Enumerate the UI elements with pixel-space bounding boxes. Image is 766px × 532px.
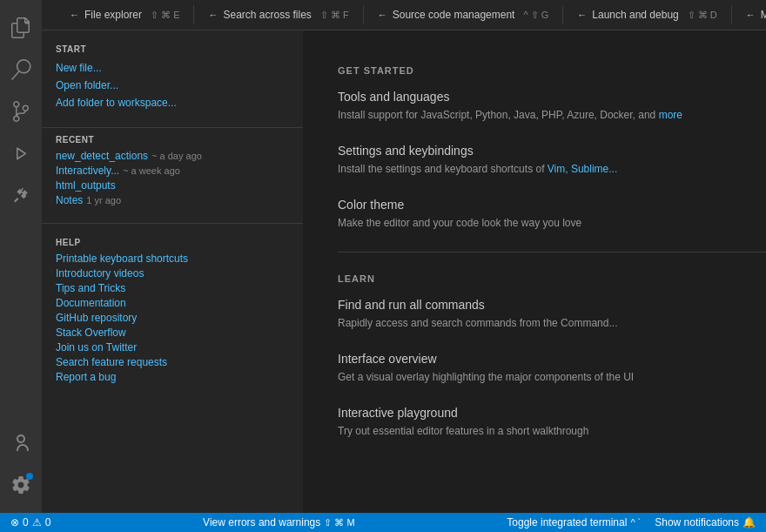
find-commands-title: Find and run all commands — [338, 298, 766, 312]
search-icon[interactable] — [0, 49, 42, 91]
status-right: Toggle integrated terminal ^ ` Show noti… — [503, 513, 759, 532]
view-errors-label: View errors and warnings — [203, 516, 320, 529]
recent-item-2-path: ~ a week ago — [123, 165, 180, 176]
list-item: html_outputs — [56, 179, 289, 192]
stackoverflow-link[interactable]: Stack Overflow — [56, 327, 289, 339]
learn-divider — [338, 252, 766, 253]
twitter-link[interactable]: Join us on Twitter — [56, 341, 289, 354]
recent-item-1-name[interactable]: new_detect_actions — [56, 150, 148, 162]
interface-title: Interface overview — [338, 352, 766, 366]
settings-keybindings-item: Settings and keybindings Install the set… — [338, 144, 766, 177]
status-center: View errors and warnings ⇧ ⌘ M — [199, 513, 358, 532]
tools-more-link[interactable]: more — [659, 109, 682, 121]
search-files-cmd[interactable]: ← Search across files ⇧ ⌘ F — [194, 0, 362, 30]
error-icon: ⊗ — [10, 516, 19, 529]
feature-requests-link[interactable]: Search feature requests — [56, 356, 289, 368]
sidebar-panel: Start New file... Open folder... Add fol… — [42, 30, 303, 513]
color-title: Color theme — [338, 198, 766, 212]
settings-icon[interactable] — [0, 464, 42, 506]
tools-languages-item: Tools and languages Install support for … — [338, 90, 766, 123]
help-section: Help Printable keyboard shortcuts Introd… — [42, 231, 303, 393]
recent-section: Recent new_detect_actions ~ a day ago In… — [42, 135, 303, 216]
keyboard-shortcuts-link[interactable]: Printable keyboard shortcuts — [56, 253, 289, 265]
list-item: Notes 1 yr ago — [56, 194, 289, 206]
settings-vim-link[interactable]: Vim, Sublime... — [548, 163, 617, 175]
file-explorer-cmd[interactable]: ← File explorer ⇧ ⌘ E — [56, 0, 193, 30]
run-debug-icon[interactable] — [0, 132, 42, 174]
list-item: new_detect_actions ~ a day ago — [56, 150, 289, 162]
recent-item-4-path: 1 yr ago — [86, 195, 121, 205]
settings-notification-badge — [26, 473, 33, 480]
sidebar-divider-2 — [42, 223, 303, 224]
files-icon[interactable] — [0, 7, 42, 49]
status-left: ⊗ 0 ⚠ 0 — [7, 513, 54, 532]
tools-desc: Install support for JavaScript, Python, … — [338, 107, 766, 123]
add-folder-link[interactable]: Add folder to workspace... — [56, 96, 289, 110]
color-theme-item: Color theme Make the editor and your cod… — [338, 198, 766, 231]
open-folder-link[interactable]: Open folder... — [56, 78, 289, 92]
main-content: ← File explorer ⇧ ⌘ E ← Search across fi… — [42, 0, 766, 513]
interface-desc: Get a visual overlay highlighting the ma… — [338, 369, 766, 385]
error-count: 0 — [23, 516, 29, 529]
toggle-terminal-item[interactable]: Toggle integrated terminal ^ ` — [503, 513, 644, 532]
recent-item-4-name[interactable]: Notes — [56, 194, 83, 206]
github-link[interactable]: GitHub repository — [56, 312, 289, 324]
manage-extensions-cmd[interactable]: ← Manage extensions ⇧ ⌘ X — [732, 0, 766, 30]
account-icon[interactable] — [0, 422, 42, 464]
start-section-title: Start — [56, 44, 289, 54]
get-started-title: Get Started — [338, 65, 766, 76]
launch-debug-cmd[interactable]: ← Launch and debug ⇧ ⌘ D — [563, 0, 731, 30]
welcome-area: Get Started Tools and languages Install … — [303, 30, 766, 513]
documentation-link[interactable]: Documentation — [56, 297, 289, 309]
warning-icon: ⚠ — [32, 516, 42, 529]
tools-title: Tools and languages — [338, 90, 766, 104]
interface-overview-item: Interface overview Get a visual overlay … — [338, 352, 766, 385]
notifications-icon: 🔔 — [742, 516, 756, 529]
help-section-title: Help — [56, 238, 289, 247]
recent-item-1-path: ~ a day ago — [151, 151, 202, 161]
source-control-icon[interactable] — [0, 91, 42, 132]
recent-item-2-name[interactable]: Interactively... — [56, 165, 119, 177]
color-desc: Make the editor and your code look the w… — [338, 215, 766, 231]
sidebar-divider-1 — [42, 127, 303, 128]
activity-bar — [0, 0, 42, 513]
view-errors-item[interactable]: View errors and warnings ⇧ ⌘ M — [199, 513, 358, 532]
settings-title: Settings and keybindings — [338, 144, 766, 158]
learn-title: Learn — [338, 273, 766, 284]
recent-section-title: Recent — [56, 135, 289, 145]
warning-count: 0 — [45, 516, 51, 529]
settings-desc: Install the settings and keyboard shortc… — [338, 161, 766, 177]
list-item: Interactively... ~ a week ago — [56, 165, 289, 177]
status-bar: ⊗ 0 ⚠ 0 View errors and warnings ⇧ ⌘ M T… — [0, 513, 766, 532]
playground-desc: Try out essential editor features in a s… — [338, 423, 766, 439]
find-commands-desc: Rapidly access and search commands from … — [338, 315, 766, 331]
intro-videos-link[interactable]: Introductory videos — [56, 267, 289, 279]
recent-item-3-name[interactable]: html_outputs — [56, 179, 116, 192]
report-bug-link[interactable]: Report a bug — [56, 371, 289, 383]
notifications-label: Show notifications — [655, 516, 739, 529]
view-errors-shortcut: ⇧ ⌘ M — [324, 517, 354, 529]
terminal-label: Toggle integrated terminal — [507, 516, 627, 529]
tips-tricks-link[interactable]: Tips and Tricks — [56, 282, 289, 294]
start-section: Start New file... Open folder... Add fol… — [42, 37, 303, 120]
extensions-icon[interactable] — [0, 174, 42, 216]
source-control-cmd[interactable]: ← Source code management ^ ⇧ G — [364, 0, 563, 30]
playground-item: Interactive playground Try out essential… — [338, 406, 766, 439]
errors-warnings-item[interactable]: ⊗ 0 ⚠ 0 — [7, 513, 54, 532]
top-command-bar: ← File explorer ⇧ ⌘ E ← Search across fi… — [42, 0, 766, 30]
show-notifications-item[interactable]: Show notifications 🔔 — [651, 513, 759, 532]
terminal-shortcut: ^ ` — [630, 517, 641, 528]
new-file-link[interactable]: New file... — [56, 61, 289, 75]
find-commands-item: Find and run all commands Rapidly access… — [338, 298, 766, 331]
playground-title: Interactive playground — [338, 406, 766, 420]
